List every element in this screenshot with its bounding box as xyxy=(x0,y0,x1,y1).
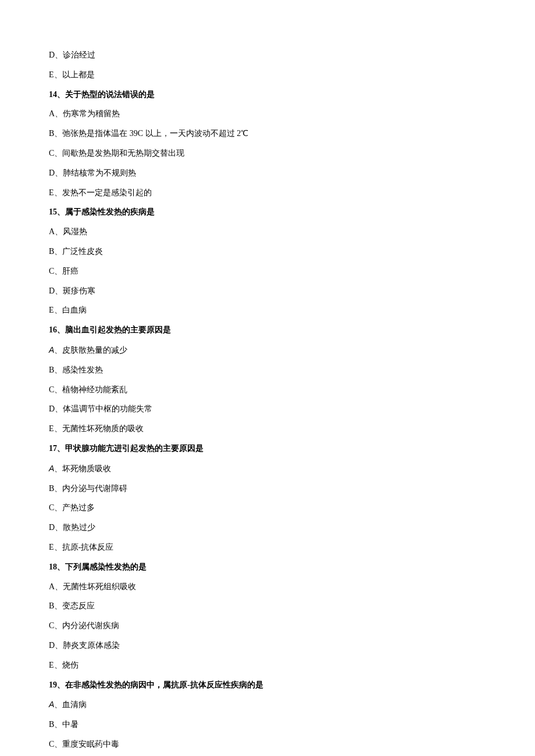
question-stem-text: 甲状腺功能亢进引起发热的主要原因是 xyxy=(65,444,204,453)
option-line: E、无菌性坏死物质的吸收 xyxy=(49,423,486,435)
option-text: 重度安眠药中毒 xyxy=(62,740,119,748)
option-text: 烧伤 xyxy=(62,661,79,669)
option-text: 中暑 xyxy=(62,720,79,729)
question-stem-text: 脑出血引起发热的主要原因是 xyxy=(65,325,171,334)
option-letter: B xyxy=(49,366,54,374)
option-letter: B xyxy=(49,720,54,729)
option-line: B、内分泌与代谢障碍 xyxy=(49,483,486,495)
option-text: 感染性发热 xyxy=(62,366,103,374)
option-line: D、肺炎支原体感染 xyxy=(49,640,486,651)
option-line: B、中暑 xyxy=(49,719,486,730)
option-letter: C xyxy=(49,621,54,630)
option-letter: D xyxy=(49,404,55,413)
question-number: 19 xyxy=(49,680,57,689)
option-text: 坏死物质吸收 xyxy=(62,464,111,473)
option-line: A、坏死物质吸收 xyxy=(49,463,486,475)
option-text: 无菌性坏死组织吸收 xyxy=(63,582,136,591)
option-text: 诊治经过 xyxy=(63,51,95,59)
option-letter: A xyxy=(49,700,54,709)
option-letter: D xyxy=(49,523,55,532)
question-number: 17 xyxy=(49,444,57,453)
option-line: B、弛张热是指体温在 39C 以上，一天内波动不超过 2℃ xyxy=(49,128,486,139)
option-line: C、产热过多 xyxy=(49,502,486,514)
document-page: D、诊治经过E、以上都是14、关于热型的说法错误的是A、伤寒常为稽留热B、弛张热… xyxy=(0,0,535,756)
option-line: E、烧伤 xyxy=(49,660,486,671)
option-letter: A xyxy=(49,227,55,236)
question-stem-text: 在非感染性发热的病因中，属抗原-抗体反应性疾病的是 xyxy=(65,680,263,689)
option-letter: A xyxy=(49,345,54,354)
option-letter: D xyxy=(49,286,55,295)
option-text: 发热不一定是感染引起的 xyxy=(62,188,152,197)
option-line: D、诊治经过 xyxy=(49,49,486,61)
option-letter: A xyxy=(49,582,55,591)
option-text: 以上都是 xyxy=(62,70,95,79)
option-letter: C xyxy=(49,149,54,157)
option-letter: C xyxy=(49,503,54,512)
option-letter: E xyxy=(49,424,54,433)
option-text: 皮肤散热量的减少 xyxy=(62,346,127,354)
option-text: 广泛性皮炎 xyxy=(62,247,103,256)
option-line: E、抗原-抗体反应 xyxy=(49,542,486,553)
question-stem-text: 属于感染性发热的疾病是 xyxy=(65,207,155,216)
option-line: D、斑疹伤寒 xyxy=(49,285,486,297)
option-letter: E xyxy=(49,661,54,669)
question-stem-text: 下列属感染性发热的是 xyxy=(65,562,147,571)
option-line: B、感染性发热 xyxy=(49,364,486,376)
option-line: E、以上都是 xyxy=(49,69,486,81)
option-text: 肺结核常为不规则热 xyxy=(63,169,136,177)
option-letter: E xyxy=(49,306,54,314)
option-letter: B xyxy=(49,601,54,610)
option-line: D、肺结核常为不规则热 xyxy=(49,167,486,179)
option-letter: B xyxy=(49,484,54,493)
option-letter: C xyxy=(49,267,54,275)
option-line: D、体温调节中枢的功能失常 xyxy=(49,403,486,415)
option-text: 伤寒常为稽留热 xyxy=(63,109,120,118)
option-text: 肺炎支原体感染 xyxy=(63,641,120,650)
option-text: 斑疹伤寒 xyxy=(63,286,95,295)
question-stem: 16、脑出血引起发热的主要原因是 xyxy=(49,324,486,336)
option-line: A、无菌性坏死组织吸收 xyxy=(49,581,486,593)
option-letter: E xyxy=(49,70,54,79)
option-line: A、血清病 xyxy=(49,698,486,711)
question-number: 16 xyxy=(49,325,57,334)
option-text: 血清病 xyxy=(62,700,87,709)
option-line: A、伤寒常为稽留热 xyxy=(49,108,486,120)
option-line: C、植物神经功能紊乱 xyxy=(49,384,486,396)
option-text: 植物神经功能紊乱 xyxy=(62,385,127,394)
option-letter: C xyxy=(49,740,54,748)
option-line: E、发热不一定是感染引起的 xyxy=(49,187,486,199)
question-number: 15 xyxy=(49,207,57,216)
option-line: E、白血病 xyxy=(49,304,486,316)
option-letter: A xyxy=(49,109,55,118)
question-number: 14 xyxy=(49,90,57,99)
option-line: C、肝癌 xyxy=(49,266,486,277)
option-text: 内分泌与代谢障碍 xyxy=(62,484,127,493)
option-text: 散热过少 xyxy=(63,523,95,532)
option-line: D、散热过少 xyxy=(49,522,486,533)
option-text: 肝癌 xyxy=(62,267,79,275)
option-text: 弛张热是指体温在 39C 以上，一天内波动不超过 2℃ xyxy=(62,129,248,138)
option-text: 抗原-抗体反应 xyxy=(62,543,114,551)
option-text: 变态反应 xyxy=(62,601,95,610)
question-stem: 14、关于热型的说法错误的是 xyxy=(49,89,486,101)
option-letter: D xyxy=(49,51,55,59)
question-stem: 17、甲状腺功能亢进引起发热的主要原因是 xyxy=(49,443,486,454)
option-text: 风湿热 xyxy=(63,227,87,236)
option-line: B、广泛性皮炎 xyxy=(49,246,486,257)
question-stem: 19、在非感染性发热的病因中，属抗原-抗体反应性疾病的是 xyxy=(49,679,486,691)
option-letter: D xyxy=(49,641,55,650)
option-letter: A xyxy=(49,464,54,473)
option-text: 间歇热是发热期和无热期交替出现 xyxy=(62,149,184,157)
option-letter: B xyxy=(49,129,54,138)
question-stem: 18、下列属感染性发热的是 xyxy=(49,561,486,573)
option-letter: E xyxy=(49,543,54,551)
option-text: 产热过多 xyxy=(62,503,95,512)
option-line: B、变态反应 xyxy=(49,600,486,612)
option-line: A、风湿热 xyxy=(49,226,486,238)
question-stem-text: 关于热型的说法错误的是 xyxy=(65,90,155,99)
option-line: A、皮肤散热量的减少 xyxy=(49,344,486,356)
option-letter: C xyxy=(49,385,54,394)
option-letter: B xyxy=(49,247,54,256)
option-line: C、重度安眠药中毒 xyxy=(49,739,486,750)
option-line: C、间歇热是发热期和无热期交替出现 xyxy=(49,148,486,159)
